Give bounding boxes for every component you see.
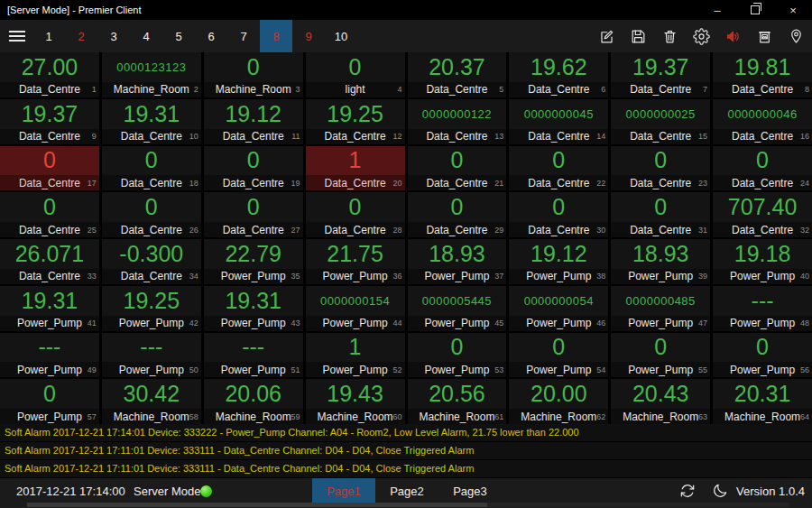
sync-button[interactable] xyxy=(678,481,697,501)
grid-cell[interactable]: 0Power_Pump55 xyxy=(611,333,710,378)
grid-cell[interactable]: 18.93Power_Pump39 xyxy=(611,239,710,284)
toolbar-page-7[interactable]: 7 xyxy=(227,20,260,52)
grid-cell[interactable]: 19.25Power_Pump42 xyxy=(102,286,201,331)
snapshot-button[interactable] xyxy=(749,20,780,52)
tab-page2[interactable]: Page2 xyxy=(375,478,438,503)
restore-button[interactable] xyxy=(736,0,774,20)
toolbar-page-6[interactable]: 6 xyxy=(195,20,227,52)
grid-cell[interactable]: 20.00Machine_Room62 xyxy=(509,379,608,424)
grid-cell[interactable]: 19.12Data_Centre11 xyxy=(204,99,303,144)
settings-button[interactable] xyxy=(686,20,717,52)
grid-cell[interactable]: ---Power_Pump51 xyxy=(204,333,303,378)
menu-button[interactable] xyxy=(0,20,32,52)
grid-cell[interactable]: 0000000025Data_Centre15 xyxy=(611,99,710,144)
cell-value: --- xyxy=(102,333,201,363)
grid-cell[interactable]: 0Power_Pump54 xyxy=(509,333,608,378)
minimize-button[interactable]: – xyxy=(698,0,736,20)
cell-index: 14 xyxy=(596,132,605,141)
grid-cell[interactable]: 0Power_Pump53 xyxy=(408,333,507,378)
alarm-row[interactable]: Soft Alarm 2017-12-21 17:14:01 Device: 3… xyxy=(0,424,812,442)
grid-cell[interactable]: 0000000154Power_Pump44 xyxy=(306,286,405,331)
grid-cell[interactable]: 1Power_Pump52 xyxy=(306,333,405,378)
grid-cell[interactable]: 22.79Power_Pump35 xyxy=(204,239,303,284)
delete-button[interactable] xyxy=(654,20,686,52)
grid-cell[interactable]: 30.42Machine_Room58 xyxy=(102,379,201,424)
grid-cell[interactable]: 20.56Machine_Room61 xyxy=(408,379,507,424)
toolbar-page-8[interactable]: 8 xyxy=(260,20,292,52)
grid-cell[interactable]: 27.00Data_Centre1 xyxy=(0,52,99,97)
grid-cell[interactable]: 0Data_Centre18 xyxy=(102,146,201,191)
grid-cell[interactable]: 19.37Data_Centre7 xyxy=(611,52,710,97)
grid-cell[interactable]: 21.75Power_Pump36 xyxy=(306,239,405,284)
night-mode-button[interactable] xyxy=(710,481,730,501)
grid-cell[interactable]: 0000000122Data_Centre13 xyxy=(408,99,507,144)
grid-cell[interactable]: 0Data_Centre24 xyxy=(713,146,812,191)
grid-cell[interactable]: 0Data_Centre25 xyxy=(0,192,99,237)
grid-cell[interactable]: 19.31Power_Pump41 xyxy=(0,286,99,331)
cell-label: Power_Pump xyxy=(628,270,693,282)
edit-button[interactable] xyxy=(591,20,623,52)
grid-cell[interactable]: 0Data_Centre29 xyxy=(408,192,507,237)
grid-cell[interactable]: 20.37Data_Centre5 xyxy=(408,52,507,97)
grid-cell[interactable]: 0Power_Pump57 xyxy=(0,379,99,424)
grid-cell[interactable]: 0Data_Centre26 xyxy=(102,192,201,237)
scrollbar-thumb[interactable] xyxy=(27,503,487,507)
save-button[interactable] xyxy=(623,20,654,52)
grid-cell[interactable]: 26.071Data_Centre33 xyxy=(0,239,99,284)
tab-page3[interactable]: Page3 xyxy=(438,478,502,503)
grid-cell[interactable]: 0Data_Centre31 xyxy=(611,192,710,237)
grid-cell[interactable]: 19.12Power_Pump38 xyxy=(509,239,608,284)
grid-cell[interactable]: 0000005445Power_Pump45 xyxy=(408,286,507,331)
tab-page1[interactable]: Page1 xyxy=(312,478,375,503)
toolbar-page-10[interactable]: 10 xyxy=(325,20,357,52)
grid-cell[interactable]: 0000000045Data_Centre14 xyxy=(509,99,608,144)
grid-cell[interactable]: 20.31Machine_Room64 xyxy=(713,379,812,424)
alarm-row[interactable]: Soft Alarm 2017-12-21 17:11:01 Device: 3… xyxy=(0,442,812,460)
toolbar-page-9[interactable]: 9 xyxy=(292,20,325,52)
grid-cell[interactable]: 707.40Data_Centre32 xyxy=(713,192,812,237)
grid-cell[interactable]: 19.31Power_Pump43 xyxy=(204,286,303,331)
toolbar-page-2[interactable]: 2 xyxy=(65,20,97,52)
grid-cell[interactable]: 0Power_Pump56 xyxy=(713,333,812,378)
grid-cell[interactable]: 0light4 xyxy=(306,52,405,97)
grid-cell[interactable]: 0000000046Data_Centre16 xyxy=(713,99,812,144)
grid-cell[interactable]: 19.37Data_Centre9 xyxy=(0,99,99,144)
grid-cell[interactable]: 0Data_Centre30 xyxy=(509,192,608,237)
location-button[interactable] xyxy=(780,20,812,52)
grid-cell[interactable]: 0Data_Centre21 xyxy=(408,146,507,191)
grid-cell[interactable]: 0000000054Power_Pump46 xyxy=(509,286,608,331)
cell-index: 38 xyxy=(596,272,605,281)
mode-label: Server Mode xyxy=(134,478,200,503)
alarm-sound-button[interactable] xyxy=(717,20,749,52)
grid-cell[interactable]: 0000123123Machine_Room2 xyxy=(102,52,201,97)
toolbar-page-1[interactable]: 1 xyxy=(32,20,65,52)
grid-cell[interactable]: 19.43Machine_Room60 xyxy=(306,379,405,424)
horizontal-scrollbar[interactable] xyxy=(27,503,789,507)
grid-cell[interactable]: 1Data_Centre20 xyxy=(306,146,405,191)
grid-cell[interactable]: 19.18Power_Pump40 xyxy=(713,239,812,284)
toolbar-page-3[interactable]: 3 xyxy=(97,20,130,52)
alarm-row[interactable]: Soft Alarm 2017-12-21 17:11:01 Device: 3… xyxy=(0,460,812,478)
grid-cell[interactable]: 0Machine_Room3 xyxy=(204,52,303,97)
close-button[interactable]: × xyxy=(774,0,812,20)
grid-cell[interactable]: 0000000485Power_Pump47 xyxy=(611,286,710,331)
grid-cell[interactable]: ---Power_Pump49 xyxy=(0,333,99,378)
toolbar-page-4[interactable]: 4 xyxy=(130,20,162,52)
grid-cell[interactable]: 19.62Data_Centre6 xyxy=(509,52,608,97)
toolbar-page-5[interactable]: 5 xyxy=(162,20,195,52)
grid-cell[interactable]: 19.81Data_Centre8 xyxy=(713,52,812,97)
grid-cell[interactable]: 19.25Data_Centre12 xyxy=(306,99,405,144)
grid-cell[interactable]: 0Data_Centre23 xyxy=(611,146,710,191)
grid-cell[interactable]: 20.43Machine_Room63 xyxy=(611,379,710,424)
grid-cell[interactable]: ---Power_Pump48 xyxy=(713,286,812,331)
grid-cell[interactable]: -0.300Data_Centre34 xyxy=(102,239,201,284)
grid-cell[interactable]: 19.31Data_Centre10 xyxy=(102,99,201,144)
grid-cell[interactable]: 0Data_Centre22 xyxy=(509,146,608,191)
grid-cell[interactable]: 0Data_Centre28 xyxy=(306,192,405,237)
grid-cell[interactable]: 0Data_Centre19 xyxy=(204,146,303,191)
grid-cell[interactable]: 18.93Power_Pump37 xyxy=(408,239,507,284)
grid-cell[interactable]: 0Data_Centre27 xyxy=(204,192,303,237)
grid-cell[interactable]: 20.06Machine_Room59 xyxy=(204,379,303,424)
grid-cell[interactable]: ---Power_Pump50 xyxy=(102,333,201,378)
grid-cell[interactable]: 0Data_Centre17 xyxy=(0,146,99,191)
